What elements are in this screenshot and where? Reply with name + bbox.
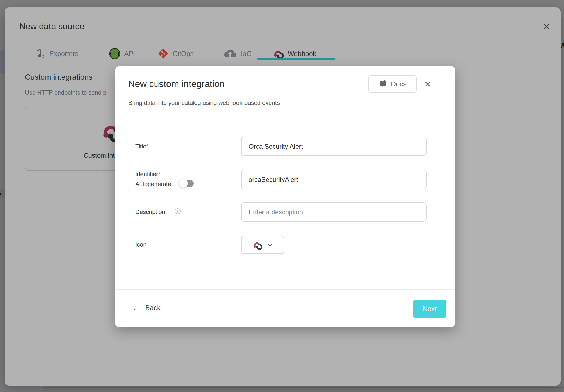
required-asterisk: * — [146, 143, 149, 150]
title-field-label: Title* — [135, 143, 149, 150]
docs-button-label: Docs — [391, 80, 407, 88]
title-field[interactable] — [241, 137, 427, 156]
book-icon — [379, 80, 387, 88]
dialog-subtitle: Bring data into your catalog using webho… — [128, 99, 280, 106]
webhook-icon — [252, 240, 262, 250]
toggle-knob — [179, 179, 188, 188]
identifier-field-label: Identifier* — [135, 171, 161, 178]
description-field[interactable] — [241, 202, 427, 222]
next-button[interactable]: Next — [413, 300, 446, 318]
icon-dropdown[interactable] — [241, 236, 284, 254]
info-icon: i — [175, 208, 181, 214]
chevron-down-icon — [267, 242, 273, 248]
required-asterisk: * — [158, 171, 161, 177]
arrow-left-icon: ← — [132, 304, 140, 312]
footer-divider — [115, 289, 455, 290]
back-button[interactable]: ← Back — [132, 304, 161, 312]
autogenerate-toggle[interactable] — [179, 179, 200, 187]
identifier-field[interactable] — [241, 170, 427, 189]
icon-field-label: Icon — [135, 241, 147, 248]
close-icon[interactable]: ✕ — [424, 80, 431, 89]
docs-button[interactable]: Docs — [368, 75, 417, 93]
autogenerate-label: Autogenerate — [135, 181, 171, 188]
description-field-label: Description — [135, 209, 165, 216]
new-custom-integration-modal: New custom integration Docs ✕ Bring data… — [115, 66, 455, 327]
dialog-title: New custom integration — [128, 79, 225, 89]
back-button-label: Back — [145, 304, 161, 312]
header-divider — [115, 115, 455, 115]
